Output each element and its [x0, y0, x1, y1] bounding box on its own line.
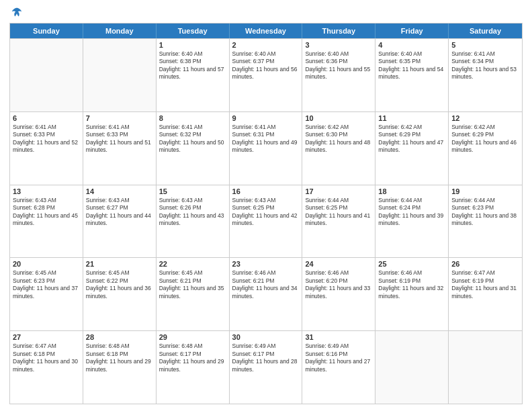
cell-sun-info: Sunrise: 6:47 AM Sunset: 6:19 PM Dayligh… [451, 269, 519, 300]
cell-sun-info: Sunrise: 6:41 AM Sunset: 6:33 PM Dayligh… [13, 124, 80, 154]
cell-sun-info: Sunrise: 6:45 AM Sunset: 6:22 PM Dayligh… [86, 269, 153, 300]
header-day-monday: Monday [83, 24, 157, 38]
cell-sun-info: Sunrise: 6:41 AM Sunset: 6:33 PM Dayligh… [86, 124, 153, 154]
calendar-cell-24: 24Sunrise: 6:46 AM Sunset: 6:20 PM Dayli… [302, 258, 375, 330]
header-day-sunday: Sunday [10, 24, 83, 38]
cell-sun-info: Sunrise: 6:42 AM Sunset: 6:29 PM Dayligh… [378, 124, 445, 154]
day-number: 16 [232, 187, 300, 195]
cell-sun-info: Sunrise: 6:42 AM Sunset: 6:30 PM Dayligh… [305, 124, 372, 154]
calendar-cell-2: 2Sunrise: 6:40 AM Sunset: 6:37 PM Daylig… [230, 39, 303, 111]
day-number: 26 [451, 260, 519, 268]
cell-sun-info: Sunrise: 6:48 AM Sunset: 6:17 PM Dayligh… [159, 342, 226, 373]
calendar-cell-6: 6Sunrise: 6:41 AM Sunset: 6:33 PM Daylig… [10, 112, 83, 185]
calendar-cell-empty [375, 331, 449, 404]
logo-bird-icon [11, 7, 23, 19]
day-number: 18 [378, 187, 445, 195]
calendar-cell-17: 17Sunrise: 6:44 AM Sunset: 6:25 PM Dayli… [302, 185, 375, 258]
calendar-cell-31: 31Sunrise: 6:49 AM Sunset: 6:16 PM Dayli… [302, 331, 375, 404]
day-number: 21 [86, 260, 153, 268]
cell-sun-info: Sunrise: 6:47 AM Sunset: 6:18 PM Dayligh… [13, 342, 80, 373]
day-number: 8 [159, 114, 226, 122]
page: SundayMondayTuesdayWednesdayThursdayFrid… [0, 0, 532, 411]
cell-sun-info: Sunrise: 6:46 AM Sunset: 6:20 PM Dayligh… [305, 269, 372, 300]
header [9, 7, 523, 19]
calendar-cell-27: 27Sunrise: 6:47 AM Sunset: 6:18 PM Dayli… [10, 331, 83, 404]
cell-sun-info: Sunrise: 6:41 AM Sunset: 6:31 PM Dayligh… [232, 124, 300, 154]
calendar-cell-28: 28Sunrise: 6:48 AM Sunset: 6:18 PM Dayli… [83, 331, 157, 404]
day-number: 12 [451, 114, 519, 122]
day-number: 7 [86, 114, 153, 122]
cell-sun-info: Sunrise: 6:43 AM Sunset: 6:27 PM Dayligh… [86, 197, 153, 228]
day-number: 22 [159, 260, 226, 268]
calendar-cell-18: 18Sunrise: 6:44 AM Sunset: 6:24 PM Dayli… [375, 185, 449, 258]
calendar-cell-8: 8Sunrise: 6:41 AM Sunset: 6:32 PM Daylig… [157, 112, 230, 185]
calendar-cell-20: 20Sunrise: 6:45 AM Sunset: 6:23 PM Dayli… [10, 258, 83, 330]
day-number: 15 [159, 187, 226, 195]
calendar-cell-9: 9Sunrise: 6:41 AM Sunset: 6:31 PM Daylig… [230, 112, 303, 185]
calendar-week-4: 20Sunrise: 6:45 AM Sunset: 6:23 PM Dayli… [10, 257, 522, 330]
calendar-body: 1Sunrise: 6:40 AM Sunset: 6:38 PM Daylig… [10, 38, 522, 404]
cell-sun-info: Sunrise: 6:40 AM Sunset: 6:38 PM Dayligh… [159, 50, 226, 81]
calendar-cell-empty [449, 331, 522, 404]
cell-sun-info: Sunrise: 6:41 AM Sunset: 6:32 PM Dayligh… [159, 124, 226, 154]
calendar-cell-4: 4Sunrise: 6:40 AM Sunset: 6:35 PM Daylig… [375, 39, 449, 111]
cell-sun-info: Sunrise: 6:42 AM Sunset: 6:29 PM Dayligh… [451, 124, 519, 154]
cell-sun-info: Sunrise: 6:41 AM Sunset: 6:34 PM Dayligh… [451, 50, 519, 81]
cell-sun-info: Sunrise: 6:49 AM Sunset: 6:17 PM Dayligh… [232, 342, 300, 373]
calendar-cell-empty [83, 39, 157, 111]
cell-sun-info: Sunrise: 6:43 AM Sunset: 6:26 PM Dayligh… [159, 197, 226, 228]
calendar-cell-25: 25Sunrise: 6:46 AM Sunset: 6:19 PM Dayli… [375, 258, 449, 330]
day-number: 29 [159, 333, 226, 341]
day-number: 25 [378, 260, 445, 268]
day-number: 9 [232, 114, 300, 122]
calendar-cell-21: 21Sunrise: 6:45 AM Sunset: 6:22 PM Dayli… [83, 258, 157, 330]
cell-sun-info: Sunrise: 6:43 AM Sunset: 6:25 PM Dayligh… [232, 197, 300, 228]
day-number: 23 [232, 260, 300, 268]
day-number: 30 [232, 333, 300, 341]
cell-sun-info: Sunrise: 6:44 AM Sunset: 6:24 PM Dayligh… [378, 197, 445, 228]
calendar-week-5: 27Sunrise: 6:47 AM Sunset: 6:18 PM Dayli… [10, 330, 522, 404]
day-number: 24 [305, 260, 372, 268]
calendar-cell-23: 23Sunrise: 6:46 AM Sunset: 6:21 PM Dayli… [230, 258, 303, 330]
calendar-cell-11: 11Sunrise: 6:42 AM Sunset: 6:29 PM Dayli… [375, 112, 449, 185]
cell-sun-info: Sunrise: 6:44 AM Sunset: 6:25 PM Dayligh… [305, 197, 372, 228]
cell-sun-info: Sunrise: 6:43 AM Sunset: 6:28 PM Dayligh… [13, 197, 80, 228]
cell-sun-info: Sunrise: 6:49 AM Sunset: 6:16 PM Dayligh… [305, 342, 372, 373]
calendar-cell-1: 1Sunrise: 6:40 AM Sunset: 6:38 PM Daylig… [157, 39, 230, 111]
cell-sun-info: Sunrise: 6:46 AM Sunset: 6:21 PM Dayligh… [232, 269, 300, 300]
header-day-saturday: Saturday [449, 24, 522, 38]
calendar-cell-29: 29Sunrise: 6:48 AM Sunset: 6:17 PM Dayli… [157, 331, 230, 404]
header-day-friday: Friday [375, 24, 449, 38]
cell-sun-info: Sunrise: 6:44 AM Sunset: 6:23 PM Dayligh… [451, 197, 519, 228]
calendar-cell-30: 30Sunrise: 6:49 AM Sunset: 6:17 PM Dayli… [230, 331, 303, 404]
day-number: 10 [305, 114, 372, 122]
calendar-cell-15: 15Sunrise: 6:43 AM Sunset: 6:26 PM Dayli… [157, 185, 230, 258]
day-number: 13 [13, 187, 80, 195]
day-number: 4 [378, 41, 445, 49]
cell-sun-info: Sunrise: 6:40 AM Sunset: 6:36 PM Dayligh… [305, 50, 372, 81]
day-number: 28 [86, 333, 153, 341]
calendar-cell-22: 22Sunrise: 6:45 AM Sunset: 6:21 PM Dayli… [157, 258, 230, 330]
day-number: 17 [305, 187, 372, 195]
day-number: 5 [451, 41, 519, 49]
day-number: 1 [159, 41, 226, 49]
cell-sun-info: Sunrise: 6:40 AM Sunset: 6:35 PM Dayligh… [378, 50, 445, 81]
day-number: 14 [86, 187, 153, 195]
cell-sun-info: Sunrise: 6:40 AM Sunset: 6:37 PM Dayligh… [232, 50, 300, 81]
calendar-cell-16: 16Sunrise: 6:43 AM Sunset: 6:25 PM Dayli… [230, 185, 303, 258]
calendar-cell-26: 26Sunrise: 6:47 AM Sunset: 6:19 PM Dayli… [449, 258, 522, 330]
cell-sun-info: Sunrise: 6:45 AM Sunset: 6:21 PM Dayligh… [159, 269, 226, 300]
calendar-cell-10: 10Sunrise: 6:42 AM Sunset: 6:30 PM Dayli… [302, 112, 375, 185]
calendar: SundayMondayTuesdayWednesdayThursdayFrid… [9, 23, 523, 404]
day-number: 19 [451, 187, 519, 195]
calendar-week-2: 6Sunrise: 6:41 AM Sunset: 6:33 PM Daylig… [10, 111, 522, 185]
calendar-cell-3: 3Sunrise: 6:40 AM Sunset: 6:36 PM Daylig… [302, 39, 375, 111]
cell-sun-info: Sunrise: 6:46 AM Sunset: 6:19 PM Dayligh… [378, 269, 445, 300]
logo [9, 7, 23, 19]
calendar-week-3: 13Sunrise: 6:43 AM Sunset: 6:28 PM Dayli… [10, 185, 522, 258]
calendar-cell-19: 19Sunrise: 6:44 AM Sunset: 6:23 PM Dayli… [449, 185, 522, 258]
calendar-cell-13: 13Sunrise: 6:43 AM Sunset: 6:28 PM Dayli… [10, 185, 83, 258]
calendar-cell-14: 14Sunrise: 6:43 AM Sunset: 6:27 PM Dayli… [83, 185, 157, 258]
day-number: 31 [305, 333, 372, 341]
cell-sun-info: Sunrise: 6:48 AM Sunset: 6:18 PM Dayligh… [86, 342, 153, 373]
